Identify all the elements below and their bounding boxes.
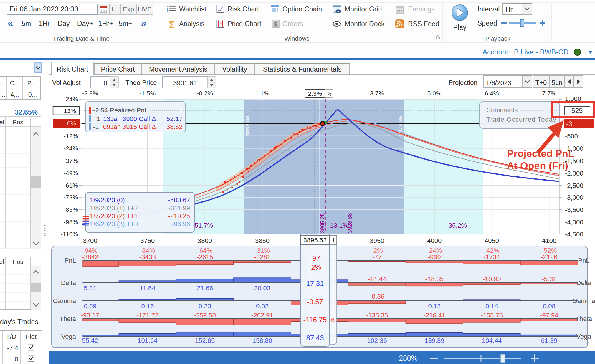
svg-text:el: el [0,119,4,125]
svg-text:-216.41: -216.41 [423,312,445,319]
svg-text:0.08: 0.08 [543,302,556,310]
svg-text:-3,500: -3,500 [565,206,583,214]
svg-text:-93.17: -93.17 [81,312,99,319]
svg-text:5m+: 5m+ [119,20,132,27]
svg-text:525: 525 [571,107,583,115]
svg-text:-165.75: -165.75 [481,312,503,319]
svg-text:-18.35: -18.35 [425,275,444,283]
svg-text:-3,000: -3,000 [565,194,583,201]
svg-text:Theta: Theta [60,315,76,322]
svg-text:52.17: 52.17 [166,115,183,123]
svg-text:38.52: 38.52 [166,123,183,130]
svg-text:Plot: Plot [25,333,37,340]
svg-text:Speed: Speed [477,19,497,27]
svg-text:6.4%: 6.4% [485,90,499,97]
svg-text:Statistics & Fundamentals: Statistics & Fundamentals [263,65,341,73]
svg-text:102.36: 102.36 [367,337,387,344]
svg-text:Risk Chart: Risk Chart [57,65,88,73]
svg-text:-0.36: -0.36 [370,293,384,300]
svg-text:0.09: 0.09 [84,302,97,310]
svg-text:day's Trades: day's Trades [0,318,38,326]
svg-text:30.03: 30.03 [254,284,270,292]
svg-text:Realized PnL: Realized PnL [110,107,148,114]
svg-text:-61%: -61% [64,182,78,189]
svg-text:-500.67: -500.67 [168,196,190,204]
svg-text:-2.8%: -2.8% [82,90,98,97]
svg-text:61.39: 61.39 [541,337,557,344]
svg-text:1/8/2023 (1) T+2: 1/8/2023 (1) T+2 [90,204,138,212]
svg-text:87.43: 87.43 [306,334,324,342]
svg-text:1Hr-: 1Hr- [39,20,52,27]
svg-text:-1: -1 [93,123,99,130]
svg-text:Projection: Projection [449,79,477,86]
svg-text:280%: 280% [399,354,418,362]
svg-text:...: ... [0,91,5,98]
svg-text:Analysis: Analysis [179,20,204,28]
svg-text:Monitor Dock: Monitor Dock [345,20,385,28]
svg-text:-12%: -12% [64,133,78,139]
svg-text:3950: 3950 [370,237,384,244]
svg-text:Day+: Day+ [77,20,93,27]
svg-text:3.7%: 3.7% [370,90,384,97]
svg-text:3895.52: 3895.52 [303,236,327,244]
svg-text:Delta: Delta [576,279,591,287]
svg-text:1Hr+: 1Hr+ [98,20,113,27]
svg-text:+1: +1 [93,115,100,123]
svg-text:Windows: Windows [284,35,309,42]
svg-text:-999: -999 [428,253,441,261]
svg-text:Exp: Exp [123,6,134,13]
svg-text:..: .. [1,80,4,86]
svg-text:-259.50: -259.50 [194,312,216,319]
svg-text:-0...: -0... [26,91,37,98]
svg-text:3850: 3850 [255,237,270,244]
svg-text:13.1%: 13.1% [330,222,348,229]
svg-text:-500: -500 [565,133,578,140]
svg-text:PnL: PnL [65,257,76,264]
svg-text:LIVE: LIVE [138,6,152,13]
svg-text:-10.90: -10.90 [482,275,501,283]
svg-text:At Open (Fri): At Open (Fri) [507,160,568,171]
svg-text:-98%: -98% [64,219,78,225]
svg-text:-210.25: -210.25 [168,212,190,220]
svg-text:3901.61: 3901.61 [173,79,197,87]
svg-text:PnL: PnL [578,257,589,264]
svg-text:158.80: 158.80 [252,337,272,344]
svg-text:139.89: 139.89 [424,337,444,344]
svg-text:4000: 4000 [427,237,442,244]
svg-text:-3433: -3433 [139,253,156,261]
svg-text:Watchlist: Watchlist [179,5,206,13]
svg-text:-2,500: -2,500 [565,182,583,189]
svg-text:-7.4: -7.4 [7,344,18,352]
svg-text:-110%: -110% [61,231,78,237]
svg-text:-73%: -73% [64,194,78,201]
svg-text:55.42: 55.42 [82,337,98,344]
svg-text:5.0%: 5.0% [427,90,442,97]
svg-text:Day-: Day- [58,20,72,27]
svg-text:Playback: Playback [485,35,510,42]
svg-text:-1.5%: -1.5% [139,90,156,97]
svg-text:Interval: Interval [477,5,500,13]
svg-text:0: 0 [104,79,107,87]
svg-text:Σ: Σ [169,20,175,30]
svg-text:Pos: Pos [13,258,23,265]
svg-text:13Jan 3900 Call Δ: 13Jan 3900 Call Δ [103,115,156,123]
svg-text:»: » [141,17,147,28]
svg-text:3905.25: 3905.25 [319,213,325,233]
svg-text:-171.72: -171.72 [136,312,158,319]
svg-text:104.44: 104.44 [482,337,502,344]
svg-text:Hr: Hr [505,6,513,13]
svg-text:Play: Play [453,24,467,31]
svg-text:-2%: -2% [309,263,321,271]
svg-text:21.66: 21.66 [197,284,213,292]
svg-text:6: 6 [331,316,335,324]
svg-text:-0.57: -0.57 [307,298,323,306]
svg-text:5.31: 5.31 [84,284,97,292]
svg-text:1/6/2023: 1/6/2023 [486,79,511,87]
svg-text:P...: P... [27,80,36,86]
svg-text:RSS Feed: RSS Feed [408,20,439,28]
svg-text:4100: 4100 [542,237,556,244]
svg-text:%: % [327,91,332,97]
svg-text:Fri 06 Jan 2023 20:30: Fri 06 Jan 2023 20:30 [9,5,78,13]
svg-text:-14.44: -14.44 [368,275,386,283]
svg-text:-2126: -2126 [541,253,557,261]
